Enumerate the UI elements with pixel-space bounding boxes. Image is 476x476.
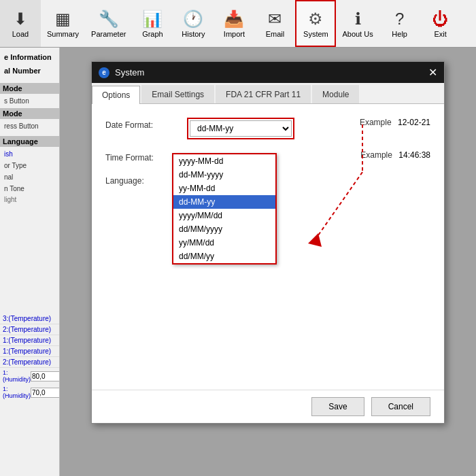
sidebar-temp-2: 2:(Temperature) xyxy=(0,324,59,335)
sidebar-mode: Mode xyxy=(0,83,59,94)
humidity-1-input[interactable] xyxy=(31,371,60,381)
modal-footer: Save Cancel xyxy=(92,390,444,423)
sidebar-humidity-2: 1:(Humidity) xyxy=(0,384,59,401)
date-format-label: Date Format: xyxy=(105,118,187,130)
main-area: e Information al Number Mode s Button Mo… xyxy=(0,48,476,476)
toolbar-about-label: About Us xyxy=(342,30,373,38)
toolbar-email[interactable]: ✉ Email xyxy=(254,0,295,47)
sidebar-colortype: or Type xyxy=(0,160,59,171)
date-format-row: Date Format: dd-MM-yy Example 12-02-21 xyxy=(105,118,430,139)
option-dd-MM-yyyy[interactable]: dd-MM-yyyy xyxy=(173,168,275,182)
save-button[interactable]: Save xyxy=(311,397,364,416)
import-icon: 📥 xyxy=(224,10,244,29)
sidebar-info: e Information xyxy=(0,50,59,64)
sidebar-number: al Number xyxy=(0,64,59,78)
toolbar-help[interactable]: ? Help xyxy=(379,0,420,47)
option-dd-MM-yy-slash[interactable]: dd/MM/yy xyxy=(173,250,275,263)
arrow-annotation xyxy=(294,118,430,267)
toolbar-load-label: Load xyxy=(12,30,29,38)
sidebar-tone: n Tone xyxy=(0,183,59,194)
modal-body: Date Format: dd-MM-yy Example 12-02-21 xyxy=(92,104,444,390)
toolbar-load[interactable]: ⬇ Load xyxy=(0,0,41,47)
sidebar-lang-value: ish xyxy=(0,148,59,160)
toolbar: ⬇ Load ▦ Summary 🔧 Parameter 📊 Graph 🕐 H… xyxy=(0,0,476,48)
sidebar-humidity-1: 1:(Humidity) xyxy=(0,368,59,384)
toolbar-about[interactable]: ℹ About Us xyxy=(336,0,379,47)
toolbar-system[interactable]: ⚙ System xyxy=(295,0,336,47)
time-example-area: Example 14:46:38 xyxy=(360,150,430,160)
cancel-button[interactable]: Cancel xyxy=(371,397,430,416)
toolbar-history[interactable]: 🕐 History xyxy=(173,0,214,47)
time-example-value: 14:46:38 xyxy=(398,150,430,160)
time-example-label: Example xyxy=(360,150,392,160)
exit-icon: ⏻ xyxy=(432,10,449,29)
option-yy-MM-dd-slash[interactable]: yy/MM/dd xyxy=(173,236,275,250)
modal-titlebar: e System ✕ xyxy=(92,62,444,83)
date-select-wrapper: dd-MM-yy xyxy=(187,118,294,139)
toolbar-graph-label: Graph xyxy=(142,30,163,38)
option-yyyy-MM-dd[interactable]: yyyy-MM-dd xyxy=(173,154,275,168)
toolbar-graph[interactable]: 📊 Graph xyxy=(132,0,173,47)
modal-close-button[interactable]: ✕ xyxy=(428,66,437,79)
sidebar-temp-2b: 2:(Temperature) xyxy=(0,357,59,368)
humidity-1-label: 1:(Humidity) xyxy=(3,369,31,383)
toolbar-history-label: History xyxy=(182,30,205,38)
toolbar-summary[interactable]: ▦ Summary xyxy=(41,0,85,47)
humidity-2-label: 1:(Humidity) xyxy=(3,386,31,399)
toolbar-help-label: Help xyxy=(392,30,407,38)
date-format-dropdown: yyyy-MM-dd dd-MM-yyyy yy-MM-dd dd-MM-yy … xyxy=(172,153,277,265)
modal-tabs: Options Email Settings FDA 21 CFR Part 1… xyxy=(92,83,444,104)
sidebar-mode2: Mode xyxy=(0,108,59,119)
sidebar: e Information al Number Mode s Button Mo… xyxy=(0,48,60,476)
system-dialog: e System ✕ Options Email Settings FDA 21… xyxy=(91,61,445,424)
sidebar-temp-3: 3:(Temperature) xyxy=(0,313,59,324)
humidity-2-input[interactable] xyxy=(31,388,60,398)
modal-app-icon: e xyxy=(99,67,109,78)
date-example-label: Example xyxy=(360,118,392,127)
sidebar-nal: nal xyxy=(0,171,59,183)
toolbar-parameter[interactable]: 🔧 Parameter xyxy=(85,0,132,47)
about-icon: ℹ xyxy=(355,10,361,29)
option-yyyy-MM-dd-slash[interactable]: yyyy/MM/dd xyxy=(173,209,275,222)
toolbar-exit[interactable]: ⏻ Exit xyxy=(420,0,461,47)
summary-icon: ▦ xyxy=(55,10,71,29)
sidebar-temp-1b: 1:(Temperature) xyxy=(0,346,59,357)
help-icon: ? xyxy=(395,10,404,29)
toolbar-email-label: Email xyxy=(266,30,285,38)
option-dd-MM-yy[interactable]: dd-MM-yy xyxy=(173,195,275,209)
modal-overlay: e System ✕ Options Email Settings FDA 21… xyxy=(60,48,476,476)
option-yy-MM-dd[interactable]: yy-MM-dd xyxy=(173,182,275,195)
toolbar-parameter-label: Parameter xyxy=(91,30,126,38)
system-icon: ⚙ xyxy=(308,10,323,29)
sidebar-sbutton: s Button xyxy=(0,95,59,107)
sidebar-language-section: Language xyxy=(0,136,59,147)
date-example-value: 12-02-21 xyxy=(398,118,430,127)
email-icon: ✉ xyxy=(268,10,282,29)
date-format-select[interactable]: dd-MM-yy xyxy=(190,120,292,137)
toolbar-import[interactable]: 📥 Import xyxy=(214,0,254,47)
date-example-area: Example 12-02-21 xyxy=(360,118,430,127)
toolbar-exit-label: Exit xyxy=(435,30,447,38)
load-icon: ⬇ xyxy=(14,10,27,29)
content-area: ↺ e System ✕ Options E xyxy=(60,48,476,476)
option-dd-MM-yyyy-slash[interactable]: dd/MM/yyyy xyxy=(173,222,275,236)
toolbar-system-label: System xyxy=(303,30,328,38)
svg-marker-2 xyxy=(308,233,322,247)
tab-fda[interactable]: FDA 21 CFR Part 11 xyxy=(216,85,311,103)
sidebar-pressbutton: ress Button xyxy=(0,120,59,132)
sidebar-light: light xyxy=(0,194,59,205)
date-format-control: dd-MM-yy xyxy=(187,118,346,139)
tab-email-settings[interactable]: Email Settings xyxy=(141,85,214,103)
tab-options[interactable]: Options xyxy=(92,86,140,104)
modal-title: System xyxy=(115,67,144,78)
parameter-icon: 🔧 xyxy=(99,10,119,29)
modal-title-left: e System xyxy=(99,67,144,78)
toolbar-summary-label: Summary xyxy=(47,30,79,38)
toolbar-import-label: Import xyxy=(224,30,245,38)
sidebar-temp-1a: 1:(Temperature) xyxy=(0,335,59,346)
tab-module[interactable]: Module xyxy=(312,85,359,103)
graph-icon: 📊 xyxy=(142,10,163,29)
history-icon: 🕐 xyxy=(183,10,203,29)
